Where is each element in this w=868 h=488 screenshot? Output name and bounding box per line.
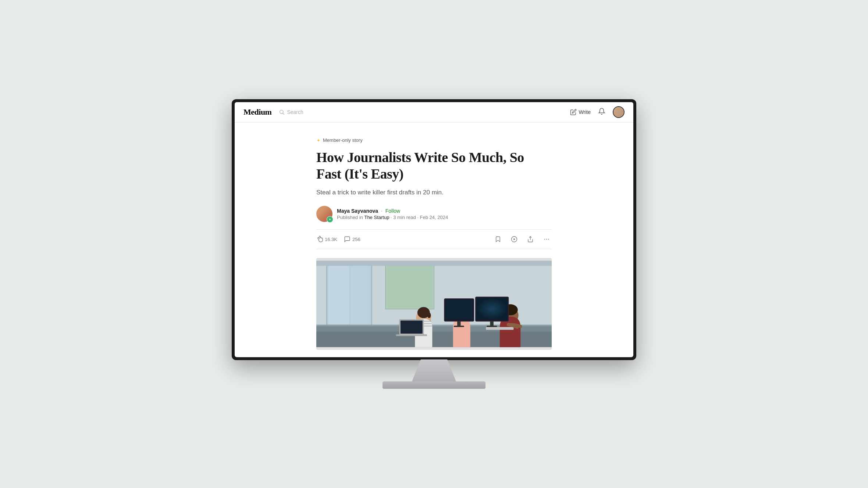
svg-rect-32 xyxy=(457,321,460,326)
author-name-row: Maya Sayvanova · Follow xyxy=(337,208,448,214)
share-button[interactable] xyxy=(525,234,536,244)
nav-right: Write xyxy=(570,106,625,118)
author-row: Maya Sayvanova · Follow Published in The… xyxy=(316,206,552,222)
publication-badge-icon xyxy=(328,218,332,221)
share-icon xyxy=(527,236,534,243)
svg-rect-12 xyxy=(328,266,349,325)
action-right xyxy=(493,234,552,244)
svg-rect-41 xyxy=(396,334,427,336)
monitor-screen: Medium Search xyxy=(232,99,636,360)
svg-rect-42 xyxy=(486,327,513,330)
monitor-neck xyxy=(412,359,456,381)
clap-button[interactable]: 16.3K xyxy=(316,236,337,243)
author-avatar-wrapper xyxy=(316,206,332,222)
svg-rect-31 xyxy=(446,300,472,319)
more-button[interactable] xyxy=(541,234,552,244)
save-button[interactable] xyxy=(493,234,503,244)
star-icon: ✦ xyxy=(316,137,321,143)
write-button[interactable]: Write xyxy=(570,109,591,115)
svg-rect-37 xyxy=(490,321,493,326)
nav-left: Medium Search xyxy=(243,107,303,117)
member-badge-label: Member-only story xyxy=(323,137,363,143)
clap-count: 16.3K xyxy=(325,237,337,242)
search-bar[interactable]: Search xyxy=(279,109,303,115)
listen-button[interactable] xyxy=(509,234,519,244)
play-icon xyxy=(511,236,517,243)
article-image xyxy=(316,258,552,350)
more-icon xyxy=(543,236,550,243)
search-label: Search xyxy=(287,109,303,115)
medium-logo[interactable]: Medium xyxy=(243,107,271,117)
read-time: 3 min read xyxy=(393,215,416,220)
browser-content: Medium Search xyxy=(235,102,633,358)
published-in-label: Published in xyxy=(337,215,363,220)
comments-button[interactable]: 256 xyxy=(344,236,360,243)
svg-rect-40 xyxy=(401,321,423,334)
svg-rect-13 xyxy=(351,266,370,325)
avatar-image xyxy=(613,107,624,117)
member-badge: ✦ Member-only story xyxy=(316,137,552,143)
author-name[interactable]: Maya Sayvanova xyxy=(337,208,378,214)
svg-point-8 xyxy=(546,239,547,240)
bell-icon xyxy=(598,108,605,115)
avatar[interactable] xyxy=(613,106,625,118)
svg-rect-36 xyxy=(477,298,507,319)
author-info: Maya Sayvanova · Follow Published in The… xyxy=(337,208,448,220)
clap-icon xyxy=(316,236,323,243)
write-label: Write xyxy=(579,109,591,115)
article-subtitle: Steal a trick to write killer first draf… xyxy=(316,188,552,197)
publication-link[interactable]: The Startup xyxy=(364,215,389,220)
search-icon xyxy=(279,109,285,115)
article-title: How Journalists Write So Much, So Fast (… xyxy=(316,149,552,183)
write-icon xyxy=(570,109,577,115)
comment-icon xyxy=(344,236,351,243)
svg-point-9 xyxy=(548,239,549,240)
comment-count: 256 xyxy=(352,237,360,242)
svg-marker-5 xyxy=(514,238,516,240)
svg-rect-15 xyxy=(387,266,432,308)
office-scene-svg xyxy=(316,258,552,350)
svg-rect-16 xyxy=(316,261,552,266)
publish-date: Feb 24, 2024 xyxy=(420,215,448,220)
svg-point-0 xyxy=(280,110,283,114)
publication-badge xyxy=(327,216,333,223)
monitor-base xyxy=(383,381,485,389)
notifications-button[interactable] xyxy=(598,108,605,116)
svg-point-3 xyxy=(329,219,331,220)
monitor-wrapper: Medium Search xyxy=(232,99,636,389)
separator: · xyxy=(381,208,383,214)
action-bar: 16.3K 256 xyxy=(316,229,552,249)
follow-button[interactable]: Follow xyxy=(385,208,400,214)
save-icon xyxy=(495,236,501,243)
author-meta: Published in The Startup · 3 min read · … xyxy=(337,215,448,220)
nav-bar: Medium Search xyxy=(235,102,633,123)
action-left: 16.3K 256 xyxy=(316,236,360,243)
dot-sep-2: · xyxy=(417,215,420,220)
svg-point-7 xyxy=(544,239,545,240)
svg-point-22 xyxy=(427,313,431,318)
article-container: ✦ Member-only story How Journalists Writ… xyxy=(309,123,559,358)
svg-rect-38 xyxy=(487,326,497,327)
svg-line-1 xyxy=(283,113,284,115)
svg-rect-33 xyxy=(454,326,464,327)
